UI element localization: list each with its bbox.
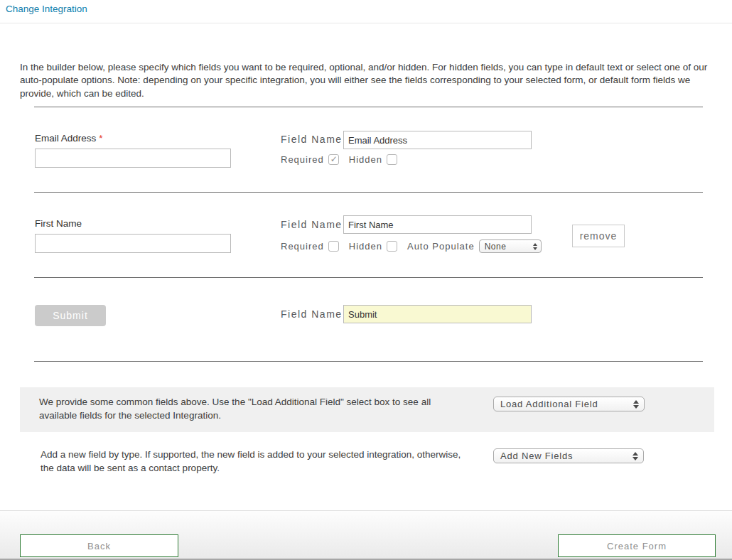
email-required-label: Required xyxy=(281,154,324,165)
first-name-hidden-checkbox[interactable] xyxy=(387,241,397,252)
email-field-name-input[interactable] xyxy=(343,131,532,149)
email-address-label: Email Address* xyxy=(35,133,103,144)
form-builder-page: Change Integration In the builder below,… xyxy=(0,0,732,560)
back-button[interactable]: Back xyxy=(20,534,178,557)
intro-text: In the builder below, please specify whi… xyxy=(20,61,715,101)
top-bar: Change Integration xyxy=(0,0,732,23)
row-separator xyxy=(34,361,703,362)
load-additional-select-value: Load Additional Field xyxy=(500,399,598,409)
first-name-hidden-label: Hidden xyxy=(349,241,382,252)
first-name-field-name-input[interactable] xyxy=(343,215,532,234)
auto-populate-select-value: None xyxy=(485,242,507,252)
remove-field-button[interactable]: remove xyxy=(572,225,625,247)
first-name-auto-populate-group: Auto Populate None xyxy=(407,239,542,253)
row-separator xyxy=(34,277,703,278)
email-required-group: Required xyxy=(281,154,339,165)
create-form-button[interactable]: Create Form xyxy=(558,534,716,557)
select-arrows-icon xyxy=(633,452,638,461)
email-hidden-checkbox[interactable] xyxy=(387,154,397,165)
add-new-fields-select[interactable]: Add New Fields xyxy=(493,448,644,463)
select-arrows-icon xyxy=(533,243,537,250)
load-additional-text: We provide some common fields above. Use… xyxy=(39,396,437,422)
row-separator xyxy=(34,107,703,107)
submit-preview-button[interactable]: Submit xyxy=(35,305,106,326)
first-name-required-group: Required xyxy=(281,241,339,252)
first-name-options-row: Required Hidden Auto Populate None xyxy=(281,239,542,253)
first-name-label: First Name xyxy=(35,218,82,229)
add-new-fields-text: Add a new field by type. If supported, t… xyxy=(41,448,475,475)
first-name-required-label: Required xyxy=(281,241,324,252)
change-integration-link[interactable]: Change Integration xyxy=(6,4,87,14)
email-hidden-group: Hidden xyxy=(349,154,397,165)
auto-populate-label: Auto Populate xyxy=(407,241,475,252)
email-hidden-label: Hidden xyxy=(349,154,382,165)
load-additional-band: We provide some common fields above. Use… xyxy=(20,387,714,432)
first-name-hidden-group: Hidden xyxy=(349,241,397,252)
load-additional-field-select[interactable]: Load Additional Field xyxy=(493,397,645,411)
submit-field-name-input[interactable] xyxy=(343,305,532,323)
email-address-preview-input[interactable] xyxy=(35,149,231,168)
select-arrows-icon xyxy=(633,400,639,409)
add-new-fields-select-value: Add New Fields xyxy=(500,451,573,461)
first-name-required-checkbox[interactable] xyxy=(328,241,339,252)
required-asterisk: * xyxy=(99,133,102,144)
email-required-checkbox[interactable] xyxy=(328,154,339,165)
email-options-row: Required Hidden xyxy=(281,154,397,165)
first-name-preview-input[interactable] xyxy=(35,234,231,253)
first-name-field-name-label: Field Name xyxy=(281,219,343,230)
email-address-label-text: Email Address xyxy=(35,133,96,144)
auto-populate-select[interactable]: None xyxy=(479,239,542,253)
submit-field-name-label: Field Name xyxy=(281,308,343,320)
row-separator xyxy=(34,192,703,193)
email-field-name-label: Field Name xyxy=(281,134,343,145)
